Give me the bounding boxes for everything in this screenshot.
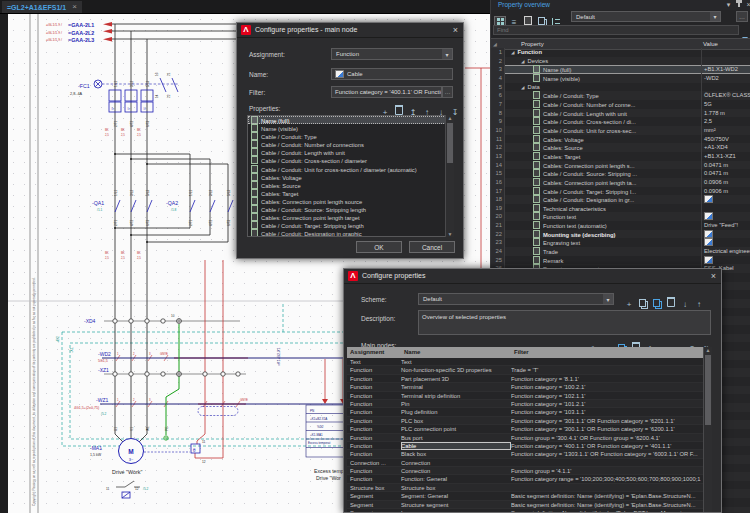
property-row[interactable]: 13Cables: Target+B1.X1-XZ1 bbox=[491, 152, 750, 161]
property-row[interactable]: 7Cable / Conduit: Number of conne...5G bbox=[491, 100, 750, 109]
scroll-thumb[interactable] bbox=[447, 123, 453, 163]
property-row[interactable]: 5◢Data bbox=[491, 83, 750, 92]
property-row[interactable]: 9Cable / Conduit: Cross-section / di...2… bbox=[491, 117, 750, 126]
tab-close-icon[interactable]: × bbox=[72, 3, 77, 11]
import-icon[interactable]: ↓ bbox=[679, 300, 691, 311]
table-row[interactable]: FunctionTerminal strip definitionFunctio… bbox=[347, 392, 703, 400]
table-row[interactable]: FunctionBlack boxFunction category = '13… bbox=[347, 450, 703, 458]
property-row[interactable]: 2◢Devices bbox=[491, 57, 750, 66]
table-row[interactable]: FunctionPlug definitionFunction category… bbox=[347, 408, 703, 416]
property-row[interactable]: 1◢Function bbox=[491, 48, 750, 57]
table-row[interactable]: FunctionPLC boxFunction category = '301.… bbox=[347, 417, 703, 425]
table-row[interactable]: FunctionNon-function-specific 3D propert… bbox=[347, 366, 703, 374]
table-row[interactable]: TextText bbox=[347, 358, 703, 366]
property-row[interactable]: 15Cable / Conduit: Source: Stripping ...… bbox=[491, 169, 750, 178]
list-item[interactable]: Name (full) bbox=[248, 116, 452, 124]
table-row[interactable]: SegmentStructure segmentBasic segment de… bbox=[347, 501, 703, 509]
close-icon[interactable]: × bbox=[744, 1, 750, 9]
list-item[interactable]: Cable / Conduit: Number of connections bbox=[248, 140, 452, 148]
list-item[interactable]: Cables: Target bbox=[248, 189, 452, 197]
table-header[interactable]: Assignment Name Filter bbox=[347, 347, 703, 358]
expand-icon[interactable]: ◢ bbox=[511, 50, 514, 55]
scheme-browse-button[interactable]: … bbox=[736, 11, 748, 22]
scroll-down-icon[interactable]: ▼ bbox=[446, 231, 454, 237]
expand-icon[interactable]: ◢ bbox=[521, 85, 524, 90]
property-row[interactable]: 16Cables: Connection point length ta...0… bbox=[491, 178, 750, 187]
scheme-select[interactable]: Default ▾ bbox=[418, 293, 614, 305]
table-row[interactable]: Connection ...Connection bbox=[347, 459, 703, 467]
table-row[interactable]: FunctionPLC connection pointFunction cat… bbox=[347, 425, 703, 433]
close-icon[interactable]: × bbox=[711, 271, 716, 281]
property-row[interactable]: 17Cable / Conduit: Target: Stripping l..… bbox=[491, 187, 750, 196]
table-scrollbar[interactable]: ▲ bbox=[703, 347, 712, 513]
property-row[interactable]: 12Cables: Source+A1-XD4 bbox=[491, 143, 750, 152]
add-icon[interactable]: + bbox=[623, 300, 635, 311]
property-row[interactable]: 4Name (visible)-WD2 bbox=[491, 74, 750, 83]
filter-browse-button[interactable]: … bbox=[442, 86, 453, 98]
property-row[interactable]: 22Mounting site (describing) bbox=[491, 230, 750, 239]
list-item[interactable]: Cable / Conduit: Designation in graphic bbox=[248, 229, 452, 237]
find-input[interactable] bbox=[493, 25, 739, 35]
property-row[interactable]: 6Cable / Conduit: TypeÖLFLEX® CLASSIC 10… bbox=[491, 91, 750, 100]
table-row[interactable]: FunctionPart placement 3DFunction catego… bbox=[347, 375, 703, 383]
chevron-down-icon[interactable]: ▾ bbox=[442, 49, 452, 59]
list-item[interactable]: Cable / Conduit: Unit for cross-section … bbox=[248, 165, 452, 173]
table-row[interactable]: Structure boxStructure box bbox=[347, 484, 703, 492]
list-item[interactable]: Cable / Conduit: Target: Stripping lengt… bbox=[248, 221, 452, 229]
property-row[interactable]: 25Remark bbox=[491, 256, 750, 265]
list-item[interactable]: Cable / Conduit: Type bbox=[248, 132, 452, 140]
dialog-title-bar[interactable]: Λ Configure properties × bbox=[344, 269, 721, 284]
chevron-down-icon[interactable]: ▾ bbox=[603, 294, 613, 304]
dialog-title-bar[interactable]: Λ Configure properties - main node × bbox=[237, 23, 463, 38]
property-row[interactable]: 11Cables: Voltage450/750V bbox=[491, 135, 750, 144]
property-row[interactable]: 23Engraving text bbox=[491, 238, 750, 247]
table-row[interactable]: FunctionPinFunction category = '101.2.1' bbox=[347, 400, 703, 408]
name-field[interactable]: Cable bbox=[331, 68, 453, 80]
list-scrollbar[interactable]: ▲ ▼ bbox=[445, 115, 454, 237]
panel-title-bar[interactable]: Property overview ▾× bbox=[491, 0, 750, 10]
list-item[interactable]: Cable / Conduit: Length with unit bbox=[248, 148, 452, 156]
property-row[interactable]: 3Name (full)+B1.X1-WD2 bbox=[491, 65, 750, 74]
list-item[interactable]: Cable / Conduit: Cross-section / diamete… bbox=[248, 156, 452, 164]
table-row[interactable]: FunctionCableFunction category = '400.1.… bbox=[347, 442, 703, 450]
property-row[interactable]: 21Function text (automatic)Drive "Feed"! bbox=[491, 221, 750, 230]
delete-icon[interactable] bbox=[393, 105, 405, 116]
menu-down-icon[interactable]: ▾ bbox=[724, 1, 733, 9]
scroll-up-icon[interactable]: ▲ bbox=[446, 115, 454, 121]
scroll-thumb[interactable] bbox=[705, 355, 711, 425]
description-field[interactable]: Overview of selected properties bbox=[418, 310, 711, 335]
pin-icon[interactable] bbox=[734, 1, 743, 9]
property-row[interactable]: 20Function text bbox=[491, 212, 750, 221]
chevron-down-icon[interactable]: ▾ bbox=[710, 12, 720, 21]
cancel-button[interactable]: Cancel bbox=[409, 241, 455, 253]
list-item[interactable]: Cables: Source bbox=[248, 181, 452, 189]
list-item[interactable]: Name (visible) bbox=[248, 124, 452, 132]
property-row[interactable]: 18Cable / Conduit: Designation in gr... bbox=[491, 195, 750, 204]
ok-button[interactable]: OK bbox=[356, 241, 402, 253]
table-row[interactable]: FunctionConnectionFunction group = '4.1.… bbox=[347, 467, 703, 475]
property-row[interactable]: 19Technical characteristics bbox=[491, 204, 750, 213]
list-item[interactable]: Cables: Connection point length source bbox=[248, 197, 452, 205]
table-row[interactable]: FunctionTerminalFunction category = '100… bbox=[347, 383, 703, 391]
list-item[interactable]: Cable / Conduit: Source: Stripping lengt… bbox=[248, 205, 452, 213]
scheme-select[interactable]: Default ▾ bbox=[571, 11, 721, 22]
property-row[interactable]: 8Cable / Conduit: Length with unit1.778 … bbox=[491, 109, 750, 118]
close-icon[interactable]: × bbox=[453, 25, 458, 35]
paste-icon[interactable] bbox=[651, 298, 663, 309]
export-icon[interactable]: ↑ bbox=[693, 300, 705, 311]
property-row[interactable]: 10Cable / Conduit: Unit for cross-sec...… bbox=[491, 126, 750, 135]
property-row[interactable]: 24TradeElectrical engineering bbox=[491, 247, 750, 256]
schematic-page-tab[interactable]: =GL2+A1&EFS1/1 × bbox=[2, 1, 82, 13]
table-row[interactable]: FunctionBus portFunction group = '300.4.… bbox=[347, 434, 703, 442]
filter-field[interactable]: Function category = '400.1.1' OR Functio… bbox=[331, 86, 442, 98]
copy-icon[interactable] bbox=[637, 298, 649, 309]
delete-icon[interactable] bbox=[665, 297, 677, 308]
assignment-select[interactable]: Function ▾ bbox=[331, 48, 453, 60]
list-item[interactable]: Cables: Connection point length target bbox=[248, 213, 452, 221]
list-item[interactable]: Cables: Voltage bbox=[248, 173, 452, 181]
table-row[interactable]: SegmentSegment: GeneralBasic segment def… bbox=[347, 492, 703, 500]
scroll-up-icon[interactable]: ▲ bbox=[704, 347, 712, 353]
table-row[interactable]: FunctionFunction: GeneralFunction catego… bbox=[347, 475, 703, 483]
property-row[interactable]: 14Cables: Connection point length s...0.… bbox=[491, 161, 750, 170]
table-row[interactable]: SegmentLoopSegment definition: Name (ide… bbox=[347, 509, 703, 513]
